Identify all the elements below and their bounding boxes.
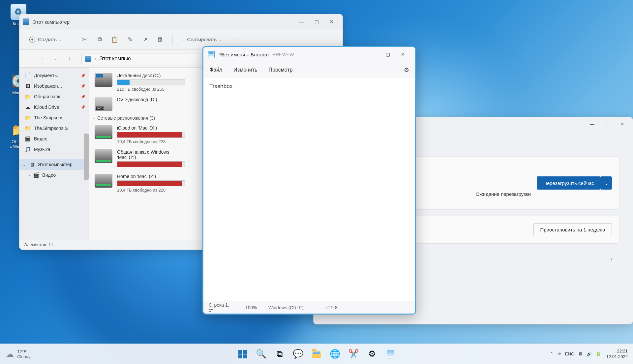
sort-button[interactable]: ↕ Сортировать ⌄ [179, 35, 225, 44]
chevron-down-icon: ⌄ [59, 38, 62, 41]
menu-file[interactable]: Файл [209, 67, 222, 73]
update-status: Ожидание перезагрузки [476, 191, 531, 197]
maximize-button[interactable]: ▢ [600, 119, 615, 129]
sidebar-item-this-pc[interactable]: ⌄🖥Этот компьютер [19, 159, 89, 170]
cut-button[interactable]: ✂ [78, 33, 91, 46]
close-button[interactable]: ✕ [395, 49, 410, 60]
maximize-button[interactable]: ▢ [380, 49, 395, 60]
usage-bar [117, 79, 185, 85]
start-button[interactable] [235, 346, 251, 362]
search-button[interactable]: 🔍 [253, 346, 269, 362]
new-button[interactable]: + Создать ⌄ [25, 35, 66, 45]
chevron-right-icon: › [611, 256, 612, 262]
text-area[interactable]: Trashbox [203, 78, 415, 301]
battery-icon[interactable]: 🔋 [596, 351, 601, 356]
explorer-button[interactable] [309, 346, 324, 362]
copy-button[interactable]: ⧉ [93, 33, 106, 46]
sync-icon[interactable]: ⟳ [558, 351, 561, 356]
chevron-down-icon: ⌄ [93, 116, 95, 120]
notepad-icon [387, 350, 394, 358]
disk-icon [95, 73, 112, 87]
maximize-button[interactable]: ▢ [309, 16, 324, 27]
close-button[interactable]: ✕ [324, 16, 339, 27]
tray-chevron-icon[interactable]: ⌃ [550, 351, 554, 356]
scrollbar-thumb[interactable] [84, 134, 89, 180]
paste-button[interactable]: 📋 [108, 33, 121, 46]
sidebar-item-folder[interactable]: 📁The Simpsons. [19, 112, 89, 123]
weather-widget[interactable]: ☁ 12°F Cloudy [0, 349, 36, 359]
pin-icon: 📌 [81, 74, 85, 78]
back-button[interactable]: ← [23, 54, 33, 63]
snipping-button[interactable]: ✂️ [346, 346, 361, 362]
notepad-window[interactable]: *Без имени – Блокнот PREVIEW — ▢ ✕ Файл … [202, 46, 416, 315]
sidebar-item-videos[interactable]: 🎬Видео [19, 134, 89, 144]
close-button[interactable]: ✕ [615, 119, 630, 129]
sidebar-item-label: Музыка [34, 147, 50, 152]
breadcrumb-sep: › [94, 56, 96, 62]
minimize-button[interactable]: — [294, 16, 309, 27]
sidebar-item-pictures[interactable]: 🖼Изображен…📌 [19, 81, 89, 91]
minimize-button[interactable]: — [585, 119, 600, 129]
zoom-level: 100% [240, 304, 263, 312]
taskbar[interactable]: ☁ 12°F Cloudy 🔍 ⧉ 💬 🌐 ✂️ ⚙ ⌃ ⟳ ENG 🖥 🔊 🔋… [0, 344, 633, 364]
encoding: UTF-8 [319, 304, 343, 312]
menu-edit[interactable]: Изменить [233, 67, 257, 73]
search-icon: 🔍 [256, 349, 266, 359]
sidebar-item-folder[interactable]: 📁The.Simpsons.S [19, 123, 89, 134]
minimize-button[interactable]: — [365, 49, 380, 60]
network-drive-icon [95, 149, 112, 163]
settings-app-button[interactable]: ⚙ [364, 346, 380, 362]
menu-view[interactable]: Просмотр [269, 67, 293, 73]
settings-button[interactable]: ⚙ [404, 66, 409, 74]
notepad-titlebar[interactable]: *Без имени – Блокнот PREVIEW — ▢ ✕ [203, 47, 415, 62]
group-label: Сетевые расположения (3) [97, 115, 155, 121]
document-icon: 📄 [25, 73, 31, 78]
usage-bar [117, 161, 185, 167]
folder-icon: 📁 [25, 115, 31, 121]
restart-dropdown-button[interactable]: ⌄ [601, 176, 612, 190]
sidebar-item-label: Общая папк… [34, 94, 65, 99]
sidebar-item-music[interactable]: 🎵Музыка [19, 144, 89, 155]
taskbar-center: 🔍 ⧉ 💬 🌐 ✂️ ⚙ [235, 346, 398, 362]
item-count: Элементов: 11 [24, 242, 53, 247]
sidebar-item-label: Видео [34, 136, 47, 141]
forward-button[interactable]: → [37, 54, 46, 63]
computer-icon [85, 56, 91, 62]
task-view-button[interactable]: ⧉ [272, 346, 287, 362]
pause-week-button[interactable]: Приостановить на 1 неделю [533, 223, 612, 236]
notepad-app-button[interactable] [382, 346, 398, 362]
recent-button[interactable]: ⌄ [51, 54, 60, 63]
explorer-titlebar[interactable]: Этот компьютер — ▢ ✕ [19, 14, 343, 29]
volume-icon[interactable]: 🔊 [587, 351, 592, 356]
sidebar-item-shared[interactable]: 📁Общая папк…📌 [19, 91, 89, 102]
plus-icon: + [29, 37, 35, 43]
chevron-right-icon: › [29, 173, 30, 177]
window-title: Этот компьютер [33, 19, 294, 25]
sort-icon: ↕ [182, 37, 185, 42]
task-view-icon: ⧉ [277, 349, 283, 359]
network-icon[interactable]: 🖥 [578, 351, 583, 356]
chat-button[interactable]: 💬 [290, 346, 306, 362]
edge-icon: 🌐 [330, 349, 340, 359]
delete-button[interactable]: 🗑 [154, 33, 166, 46]
text-content: Trashbox [209, 83, 232, 89]
sidebar-item-icloud[interactable]: ☁iCloud Drive📌 [19, 102, 89, 112]
computer-icon [23, 18, 29, 25]
sidebar-item-label: Видео [42, 172, 56, 178]
sidebar-item-videos-sub[interactable]: ›🎬Видео [19, 170, 89, 180]
edge-button[interactable]: 🌐 [327, 346, 343, 362]
rename-button[interactable]: ✎ [124, 33, 136, 46]
system-tray: ⌃ ⟳ ENG 🖥 🔊 🔋 22:21 12.01.2022 [545, 349, 633, 360]
window-title: *Без имени – Блокнот [219, 52, 269, 57]
language-indicator[interactable]: ENG [565, 351, 574, 356]
more-button[interactable]: ⋯ [228, 33, 240, 46]
clock[interactable]: 22:21 12.01.2022 [606, 349, 628, 360]
up-button[interactable]: ↑ [65, 54, 74, 63]
breadcrumb[interactable]: Этот компью… [99, 56, 136, 62]
sidebar-item-documents[interactable]: 📄Документы📌 [19, 70, 89, 81]
restart-now-button[interactable]: Перезагрузить сейчас [537, 176, 601, 190]
notepad-icon [208, 51, 215, 58]
share-button[interactable]: ↗ [139, 33, 151, 46]
sidebar-item-label: Этот компьютер [38, 162, 73, 167]
network-drive-icon [95, 174, 112, 188]
